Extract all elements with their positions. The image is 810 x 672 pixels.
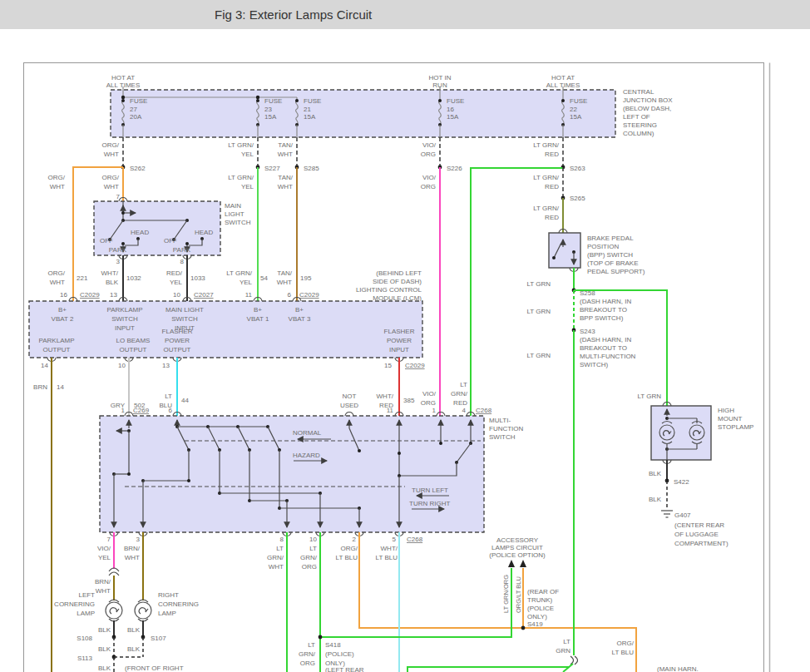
- fuse-label: FUSE: [447, 97, 464, 105]
- pin-number: 3: [116, 258, 121, 265]
- wire-label: LT GRN: [526, 308, 551, 315]
- mode-label: TURN LEFT: [412, 487, 448, 494]
- component-label: MULTI-: [489, 417, 511, 424]
- pin-function: OUTPUT: [120, 346, 147, 353]
- note-line: ACCESSORY: [496, 536, 539, 544]
- wire-label: LT GRN/ORG: [502, 575, 510, 613]
- circuit-number: 14: [57, 383, 64, 391]
- connector-label: C2029: [299, 291, 319, 299]
- wire-label: WHT: [125, 554, 140, 561]
- pin-number: 8: [180, 258, 185, 265]
- wire-label: RED: [545, 151, 559, 158]
- fuse-amps: 15A: [570, 113, 582, 121]
- power-label: RUN: [432, 82, 447, 89]
- note-line: STEERING: [623, 121, 657, 129]
- splice-label: S265: [570, 195, 585, 202]
- note-line: (DASH HARN, IN: [580, 336, 631, 343]
- wire-label: ORG/: [48, 269, 66, 277]
- wire-label: BLK: [98, 665, 111, 672]
- splice-label: S113: [77, 655, 93, 662]
- pin-number: 1: [432, 407, 437, 414]
- wire-label: YEL: [170, 279, 183, 286]
- pin-number: 7: [107, 536, 111, 543]
- wire-label: BLK: [649, 470, 662, 477]
- wire-label: VIO/: [422, 141, 437, 149]
- wire-label: VIO/: [97, 545, 111, 552]
- wire-label: BLK: [98, 626, 111, 634]
- component-label: MAIN: [225, 202, 241, 210]
- wire-label: LT GRN/: [533, 174, 560, 181]
- fuse-number: 21: [304, 106, 311, 113]
- wire-label: BLK: [649, 496, 662, 503]
- note-line: (BELOW DASH,: [623, 105, 671, 112]
- pin-function: B+: [58, 306, 67, 314]
- wire-label: TAN/: [278, 141, 293, 149]
- pin-number: 4: [462, 407, 467, 414]
- splice-label: S243: [580, 328, 595, 335]
- pin-function: FLASHER: [384, 328, 415, 335]
- wire-label: ORG/: [617, 640, 635, 647]
- pin-function: PARKLAMP: [107, 306, 143, 314]
- wire-label: WHT: [50, 279, 65, 286]
- circuit-number: 385: [403, 397, 415, 404]
- pin-number: 16: [60, 291, 67, 299]
- splice-label: S263: [570, 165, 585, 172]
- note-line: (POLICE: [527, 605, 554, 612]
- pin-number: 15: [384, 362, 392, 369]
- splice-label: S419: [527, 620, 543, 628]
- wire-label: ORG: [421, 399, 436, 407]
- switch-position: OFF: [164, 237, 177, 245]
- wire-label: WHT: [104, 183, 119, 190]
- note-line: COLUMN): [623, 130, 654, 137]
- power-label: HOT IN: [429, 74, 452, 82]
- splice-label: S107: [151, 635, 166, 642]
- wire-label: NOT: [343, 393, 357, 400]
- fuse-amps: 20A: [130, 113, 142, 121]
- wire-label: RED: [453, 399, 467, 407]
- component-label: (BPP) SWITCH: [587, 251, 633, 259]
- note-line: (BEHIND LEFT: [376, 269, 422, 277]
- circuit-number: 1033: [190, 274, 205, 282]
- splice-label: S418: [325, 641, 341, 649]
- component-label: SWITCH: [489, 433, 516, 441]
- switch-position: PARK: [173, 246, 191, 254]
- wire-label: YEL: [241, 151, 254, 158]
- note-line: COMPARTMENT): [674, 540, 729, 547]
- wire-label: LT GRN: [526, 280, 551, 288]
- note-line: MULTI-FUNCTION: [580, 353, 636, 360]
- wire-label: LT GRN: [526, 352, 551, 359]
- wire-label: LT: [276, 545, 284, 552]
- component-label: POSITION: [587, 243, 619, 250]
- switch-position: PARK: [109, 246, 127, 254]
- pin-function: PARKLAMP: [39, 337, 75, 344]
- pin-number: 11: [387, 407, 394, 414]
- pin-number: 13: [110, 291, 117, 299]
- wire-label: WHT: [277, 279, 292, 286]
- circuit-number: 221: [77, 274, 88, 282]
- wire-label: VIO/: [422, 174, 437, 181]
- fuse-number: 27: [130, 106, 137, 113]
- circuit-number: 1032: [126, 274, 141, 282]
- wire-label: GRN/: [267, 554, 284, 561]
- central-junction-box: FUSE 27 20A FUSE 23 15A FUSE 21 15A FUSE…: [111, 86, 673, 137]
- power-label: HOT AT: [111, 74, 135, 82]
- power-label: ALL TIMES: [546, 82, 580, 89]
- wire-label: WHT/: [101, 269, 119, 277]
- wire-label: ORG: [421, 183, 436, 190]
- wire-label: WHT: [278, 151, 293, 158]
- component-label: PEDAL SUPPORT): [587, 268, 645, 275]
- multi-function-switch: 1 C269 6 11 1 4 C268: [100, 407, 524, 543]
- wire-label: LT BLU: [376, 554, 398, 561]
- pin-function: OUTPUT: [43, 346, 71, 353]
- component-label: FUNCTION: [489, 425, 524, 432]
- wire-label: USED: [340, 402, 358, 409]
- fuse-number: 16: [447, 106, 454, 113]
- mode-label: HAZARD: [293, 452, 320, 459]
- splice-label: S108: [77, 635, 92, 642]
- splice-label: S226: [447, 165, 462, 172]
- connector-label: C268: [407, 536, 423, 543]
- pin-number: 11: [245, 291, 253, 299]
- wire-label: ORG/: [48, 174, 66, 181]
- wire-label: ORG/: [102, 174, 120, 181]
- fuse-amps: 15A: [264, 113, 277, 121]
